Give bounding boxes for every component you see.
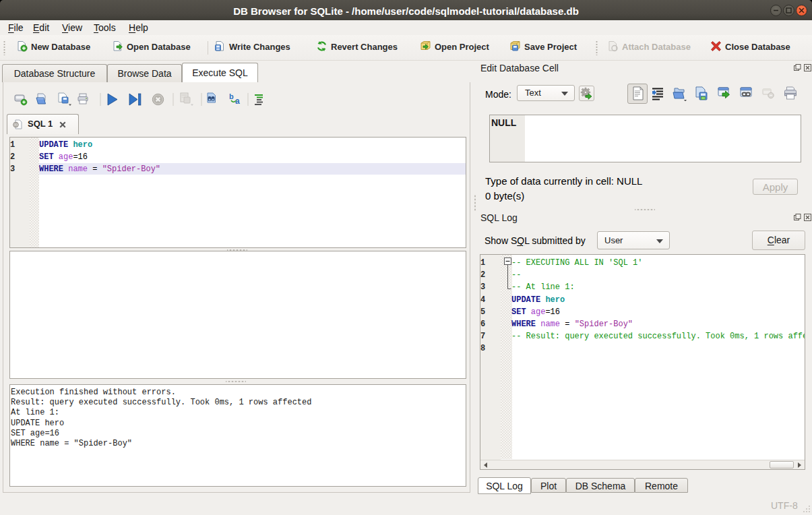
svg-text:b: b — [229, 92, 234, 100]
svg-text:a: a — [235, 96, 240, 106]
